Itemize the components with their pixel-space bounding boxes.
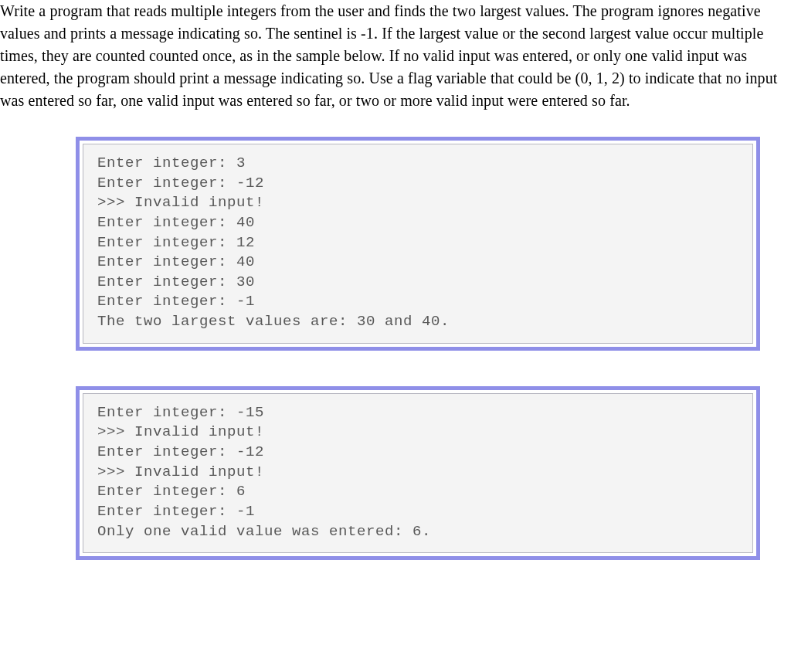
console-line: >>> Invalid input!	[97, 193, 738, 213]
console-line: Enter integer: -12	[97, 443, 738, 463]
console-line: Only one valid value was entered: 6.	[97, 522, 738, 542]
sample-output-1: Enter integer: 3 Enter integer: -12 >>> …	[76, 137, 760, 351]
console-line: The two largest values are: 30 and 40.	[97, 312, 738, 332]
console-line: Enter integer: -1	[97, 502, 738, 522]
sample-output-2-inner: Enter integer: -15 >>> Invalid input! En…	[83, 393, 753, 553]
console-line: >>> Invalid input!	[97, 463, 738, 483]
console-line: Enter integer: -1	[97, 292, 738, 312]
console-line: Enter integer: -12	[97, 174, 738, 194]
console-line: >>> Invalid input!	[97, 423, 738, 443]
console-line: Enter integer: 40	[97, 253, 738, 273]
sample-output-2: Enter integer: -15 >>> Invalid input! En…	[76, 386, 760, 560]
console-line: Enter integer: 30	[97, 273, 738, 293]
console-line: Enter integer: -15	[97, 403, 738, 423]
console-line: Enter integer: 3	[97, 154, 738, 174]
sample-output-1-inner: Enter integer: 3 Enter integer: -12 >>> …	[83, 144, 753, 344]
console-line: Enter integer: 12	[97, 233, 738, 253]
problem-text-content: Write a program that reads multiple inte…	[0, 2, 777, 109]
samples-container: Enter integer: 3 Enter integer: -12 >>> …	[0, 137, 791, 560]
console-line: Enter integer: 40	[97, 213, 738, 233]
problem-statement: Write a program that reads multiple inte…	[0, 0, 791, 121]
console-line: Enter integer: 6	[97, 482, 738, 502]
